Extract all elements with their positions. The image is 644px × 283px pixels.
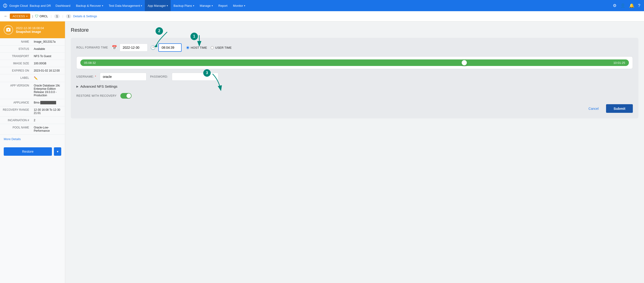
restore-recovery-toggle[interactable] [120,93,132,99]
user-time-radio[interactable] [211,46,214,49]
actions-row: Cancel Submit [76,104,633,113]
snapshot-info: 2022-12-30 16:08:04 Snapshot Image [16,26,61,34]
label-pencil-icon[interactable]: ✏️ [34,76,38,80]
access-dropdown[interactable]: ACCESS ▾ [10,14,30,19]
top-navigation: Google Cloud Backup and DR Dashboard Bac… [0,0,644,11]
nav-icons: ⚙ 👤 🔔 ? [612,2,641,9]
pipe-divider: | [51,15,52,18]
pipe-divider-2: | [62,15,63,18]
detail-table: NAMEImage_0013317aSTATUSAvailableTRANSPO… [0,38,65,135]
table-row: NAMEImage_0013317a [0,38,65,46]
user-time-label: USER TIME [215,46,232,50]
help-icon[interactable]: ? [637,2,641,9]
brand-logo: Google Cloud Backup and DR [3,3,51,8]
breadcrumb-divider: | [32,15,33,18]
restore-form: 1 ROLL FORWARD TIME 📅 🕐 [71,38,638,118]
details-settings-link[interactable]: Details & Settings [73,15,97,18]
toggle-knob [126,94,131,98]
field-value: 100.00GB [31,60,65,67]
roll-forward-time-row: ROLL FORWARD TIME 📅 🕐 HOST TIME USER TIM… [76,43,633,52]
snapshot-header: 2022-12-30 16:08:04 Snapshot Image [0,22,65,38]
snapshot-label: Snapshot Image [16,30,61,34]
field-key: STATUS [0,46,31,53]
nav-dashboard[interactable]: Dashboard [53,0,73,11]
host-time-label: HOST TIME [191,46,207,50]
filter-icon[interactable]: ⚙ [612,2,618,9]
table-row: POOL NAMEOracle-Low-Performance [0,124,65,135]
advanced-nfs-section[interactable]: ▶ Advanced NFS Settings [76,84,633,88]
triangle-icon: ▶ [76,85,78,88]
timeline-right-label: 10:01:25 [613,61,625,65]
submit-button[interactable]: Submit [606,104,633,113]
field-key: RECOVERY RANGE [0,106,31,117]
table-row: LABEL✏️ [0,74,65,82]
field-value: Available [31,46,65,53]
restore-button[interactable]: Restore [4,147,52,156]
roll-forward-date-input[interactable] [120,44,148,52]
field-value: Oracle Database 19c Enterprise Edition R… [31,82,65,99]
table-row: APPLIANCEBms-████████ [0,99,65,106]
roll-forward-label: ROLL FORWARD TIME [76,46,109,49]
snapshot-icon [4,25,13,35]
nav-app-manager[interactable]: App Manager ▾ [145,0,171,11]
google-cloud-icon [3,3,8,8]
rwr-label: RESTORE WITH RECOVERY [76,94,117,97]
user-icon[interactable]: 👤 [619,2,626,9]
username-label: USERNAME: * [76,75,96,78]
restore-with-recovery-row: RESTORE WITH RECOVERY [76,93,633,99]
field-key: INCARNATION # [0,117,31,124]
chevron-down-icon: ▾ [26,15,28,18]
credentials-row: USERNAME: * PASSWORD: [76,73,633,81]
table-row: EXPIRES ON2023-01-02 16:12:00 [0,67,65,74]
nav-report[interactable]: Report [216,0,230,11]
required-star: * [95,75,96,78]
advanced-nfs-label: Advanced NFS Settings [80,84,117,88]
table-row: STATUSAvailable [0,46,65,53]
more-details-link[interactable]: More Details [0,135,65,144]
timeline-container: 05:08:32 10:01:25 [76,56,633,69]
orcl-badge: 🛡 ORCL [35,14,48,19]
user-time-option[interactable]: USER TIME [211,46,232,50]
password-input[interactable] [172,73,218,81]
roll-forward-time-input[interactable] [158,43,182,52]
timeline-track[interactable]: 05:08:32 10:01:25 [80,60,629,66]
chevron-down-icon: ▾ [102,5,103,7]
cancel-button[interactable]: Cancel [585,104,602,113]
restore-btn-area: Restore ▾ [0,144,65,159]
field-value: NFS To Guest [31,53,65,60]
field-key: EXPIRES ON [0,67,31,74]
nav-backup-recover[interactable]: Backup & Recover ▾ [73,0,106,11]
field-value: Image_0013317a [31,38,65,46]
time-type-radio-group: HOST TIME USER TIME [186,46,232,50]
table-row: RECOVERY RANGE12-30 16:08 To 12-30 21:01 [0,106,65,117]
nav-manage[interactable]: Manage ▾ [197,0,216,11]
field-key: LABEL [0,74,31,82]
page-title: Restore [71,27,638,33]
timeline-thumb[interactable] [461,60,468,66]
calendar-icon[interactable]: 📅 [112,45,117,50]
nav-backup-plans[interactable]: Backup Plans ▾ [171,0,197,11]
host-time-radio[interactable] [186,46,189,49]
host-time-option[interactable]: HOST TIME [186,46,207,50]
field-value[interactable]: ✏️ [31,74,65,82]
left-panel: 2022-12-30 16:08:04 Snapshot Image NAMEI… [0,22,65,283]
orcl-label: ORCL [40,15,48,18]
field-key: NAME [0,38,31,46]
username-input[interactable] [100,73,146,81]
back-button[interactable]: ← [4,14,8,19]
field-key: IMAGE SIZE [0,60,31,67]
nav-monitor[interactable]: Monitor ▾ [230,0,248,11]
clock-icon[interactable]: 🕐 [150,45,156,50]
field-key: POOL NAME [0,124,31,135]
camera-icon [6,27,11,32]
password-label: PASSWORD: [150,75,168,78]
table-row: APP VERSIONOracle Database 19c Enterpris… [0,82,65,99]
chevron-down-icon: ▾ [141,5,142,7]
table-row: INCARNATION #2 [0,117,65,124]
field-key: TRANSPORT [0,53,31,60]
table-row: TRANSPORTNFS To Guest [0,53,65,60]
nav-test-data[interactable]: Test Data Management ▾ [106,0,145,11]
chevron-down-icon: ▾ [193,5,194,7]
restore-dropdown-button[interactable]: ▾ [54,147,61,156]
notification-icon[interactable]: 🔔 [628,2,635,9]
